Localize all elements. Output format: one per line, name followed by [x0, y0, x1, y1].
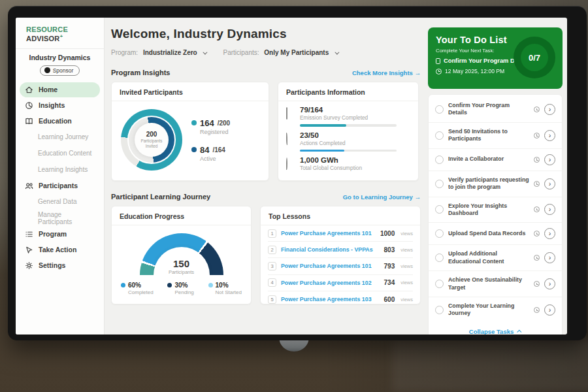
- todo-column: Your To Do List Complete Your Next Task:…: [428, 27, 563, 335]
- education-icon: [25, 117, 33, 125]
- arrow-right-icon: →: [415, 193, 421, 201]
- legend-dot: [167, 283, 172, 287]
- sidebar-item-settings[interactable]: Settings: [20, 258, 100, 273]
- task-chevron-button[interactable]: ›: [544, 178, 555, 189]
- lesson-row: 2 Financial Considerations - VPPAs 803 v…: [268, 242, 413, 258]
- section-title: Participant Learning Journey: [111, 193, 210, 201]
- gauge-value: 150: [140, 258, 223, 269]
- link-label: Check More Insights: [352, 69, 413, 76]
- sidebar-item-label: Education Content: [38, 150, 91, 157]
- clock-icon: [534, 181, 540, 187]
- program-icon: [25, 230, 33, 238]
- task-checkbox[interactable]: [435, 155, 444, 164]
- task-row-complete-learning-journey[interactable]: Complete Your Learning Journey ›: [429, 297, 562, 323]
- task-chevron-button[interactable]: ›: [544, 130, 555, 141]
- education-gauge-chart: 150 Participants: [140, 233, 223, 275]
- task-checkbox[interactable]: [435, 306, 444, 314]
- lesson-link[interactable]: Financial Considerations - VPPAs: [281, 246, 380, 253]
- legend-pct: 10%: [216, 282, 229, 289]
- page-title: Welcome, Industry Dynamics: [111, 27, 421, 41]
- logo-plus-icon: +: [60, 33, 63, 39]
- sidebar-item-label: Learning Insights: [38, 166, 88, 173]
- legend-item-active: 84 /164 Active: [191, 145, 230, 162]
- task-row-upload-spend-data[interactable]: Upload Spend Data Records ›: [429, 223, 562, 245]
- program-filter-value: Industrialize Zero: [143, 49, 197, 56]
- sidebar-item-label: Education: [39, 117, 72, 125]
- lesson-link[interactable]: Power Purchase Agreements 103: [281, 296, 380, 302]
- participants-filter[interactable]: Participants: Only My Participants: [223, 49, 338, 56]
- lesson-views: 734: [384, 279, 395, 286]
- participants-information-card: Participants Information 79/164 Emission…: [278, 82, 419, 181]
- sidebar-item-education-content[interactable]: Education Content: [20, 146, 100, 161]
- task-chevron-button[interactable]: ›: [544, 154, 555, 165]
- task-checkbox[interactable]: [435, 180, 444, 188]
- sidebar-item-participants[interactable]: Participants: [20, 178, 100, 193]
- monitor-bezel: RESOURCE ADVISOR+ Industry Dynamics Spon…: [8, 6, 587, 340]
- clock-icon: [534, 206, 540, 212]
- go-to-learning-journey-link[interactable]: Go to Learning Journey →: [343, 193, 421, 201]
- sidebar-item-take-action[interactable]: Take Action: [20, 242, 100, 257]
- lesson-rank: 1: [268, 229, 276, 238]
- legend-label: Not Started: [216, 289, 242, 295]
- sidebar-item-learning-insights[interactable]: Learning Insights: [20, 162, 100, 178]
- stat-global-consumption: 1,000 GWh Total Global Consumption: [278, 152, 418, 171]
- collapse-label: Collapse Tasks: [469, 328, 514, 335]
- sidebar-item-label: Manage Participants: [38, 211, 96, 225]
- stat-value: 23/50: [300, 131, 397, 139]
- task-checkbox[interactable]: [435, 131, 444, 140]
- task-checkbox[interactable]: [435, 280, 444, 288]
- sidebar-item-home[interactable]: Home: [20, 82, 100, 97]
- sidebar-item-label: Home: [39, 86, 57, 93]
- task-row-confirm-program[interactable]: Confirm Your Program Details ›: [429, 97, 562, 123]
- program-filter[interactable]: Program: Industrialize Zero: [111, 49, 206, 56]
- sidebar: RESOURCE ADVISOR+ Industry Dynamics Spon…: [16, 18, 105, 335]
- sidebar-item-insights[interactable]: Insights: [20, 98, 100, 113]
- task-row-upload-educational-content[interactable]: Upload Additional Educational Content ›: [429, 245, 562, 271]
- settings-icon: [25, 261, 33, 270]
- lesson-link[interactable]: Power Purchase Agreements 101: [281, 230, 376, 237]
- lesson-link[interactable]: Power Purchase Agreements 102: [281, 280, 380, 286]
- sidebar-item-manage-participants[interactable]: Manage Participants: [20, 210, 100, 226]
- task-checkbox[interactable]: [435, 205, 444, 214]
- sidebar-item-label: Insights: [39, 101, 65, 109]
- section-title: Program Insights: [111, 69, 170, 76]
- card-title: Invited Participants: [112, 82, 269, 101]
- sidebar-item-education[interactable]: Education: [20, 114, 100, 129]
- check-more-insights-link[interactable]: Check More Insights →: [352, 69, 421, 76]
- collapse-tasks-button[interactable]: Collapse Tasks: [429, 323, 562, 335]
- sidebar-item-label: Program: [39, 230, 67, 238]
- task-checkbox[interactable]: [435, 105, 444, 114]
- lesson-link[interactable]: Power Purchase Agreements 101: [281, 263, 380, 269]
- task-chevron-button[interactable]: ›: [544, 252, 555, 263]
- task-chevron-button[interactable]: ›: [544, 278, 555, 289]
- sidebar-item-program[interactable]: Program: [20, 227, 100, 242]
- task-row-send-invitations[interactable]: Send 50 Invitations to Participants ›: [429, 123, 562, 149]
- task-row-explore-insights[interactable]: Explore Your Insights Dashboard ›: [429, 197, 562, 223]
- lesson-views: 600: [384, 296, 395, 303]
- stat-label: Actions Completed: [300, 140, 397, 146]
- app-logo[interactable]: RESOURCE ADVISOR+: [16, 18, 104, 42]
- lesson-rank: 3: [268, 262, 276, 270]
- invited-participants-card: Invited Participants 200 Participants In…: [111, 82, 269, 181]
- sponsor-badge[interactable]: Sponsor: [40, 65, 80, 76]
- task-checkbox[interactable]: [435, 253, 444, 262]
- task-chevron-button[interactable]: ›: [544, 304, 555, 316]
- lesson-views: 1000: [380, 230, 395, 237]
- task-chevron-button[interactable]: ›: [544, 104, 555, 115]
- sponsor-dot-icon: [44, 67, 50, 73]
- task-chevron-button[interactable]: ›: [544, 204, 555, 215]
- sidebar-item-learning-journey[interactable]: Learning Journey: [20, 129, 100, 145]
- task-checkbox[interactable]: [435, 229, 444, 238]
- clock-icon: [534, 157, 540, 163]
- task-row-achieve-target[interactable]: Achieve One Sustainability Target ›: [429, 271, 562, 297]
- lesson-views: 793: [384, 263, 395, 270]
- task-row-invite-collaborator[interactable]: Invite a Collaborator ›: [429, 149, 562, 171]
- task-chevron-button[interactable]: ›: [544, 228, 555, 239]
- lesson-rank: 4: [268, 278, 276, 287]
- views-label: views: [400, 263, 413, 269]
- legend-label: Registered: [200, 129, 230, 135]
- task-row-verify-participants[interactable]: Verify participants requesting to join t…: [429, 171, 562, 197]
- clock-icon: [534, 106, 540, 112]
- sidebar-item-general-data[interactable]: General Data: [20, 194, 100, 210]
- gauge-legend: 60% Completed 30% Pending 10%: [112, 275, 251, 295]
